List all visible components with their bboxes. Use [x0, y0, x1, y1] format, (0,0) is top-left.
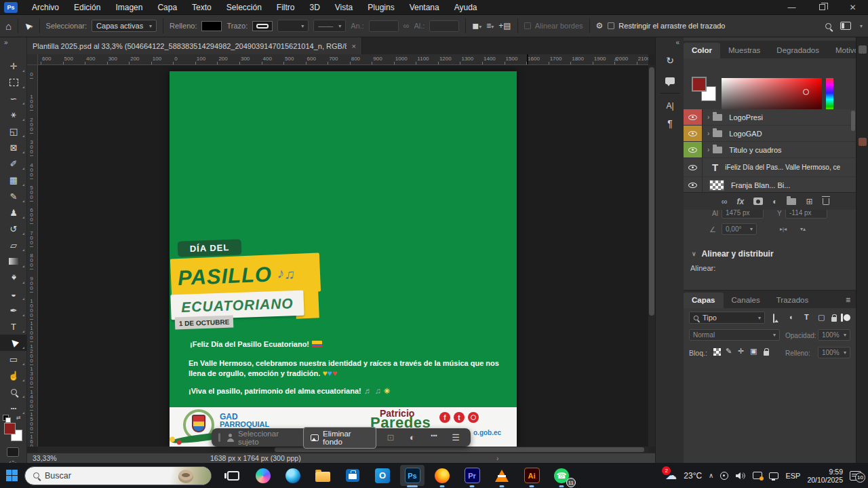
taskbar-search[interactable]: Buscar	[24, 466, 212, 485]
document-info[interactable]: 1638 px x 1764 px (300 ppp)	[210, 454, 301, 462]
stroke-swatch[interactable]	[252, 21, 273, 31]
link-layers-icon[interactable]: ∞	[722, 197, 728, 206]
tab-trazados[interactable]: Trazados	[768, 293, 817, 308]
lock-artboard-icon[interactable]: ▣	[750, 347, 757, 356]
lock-pixels-icon[interactable]: ✎	[726, 347, 732, 356]
contrast-icon[interactable]: ◐	[404, 432, 420, 443]
menu-item-3d[interactable]: 3D	[302, 1, 327, 14]
close-tab-icon[interactable]: ×	[352, 42, 356, 50]
taskbar-app-illustrator[interactable]: Ai	[517, 463, 547, 488]
search-highlight-image[interactable]	[154, 467, 211, 485]
layer-row[interactable]: ›LogoPresi	[684, 109, 856, 126]
constrain-path-checkbox[interactable]: Restringir el arrastre del trazado	[608, 22, 725, 30]
menu-item-capa[interactable]: Capa	[150, 1, 184, 14]
minimize-button[interactable]: —	[776, 0, 807, 15]
screen-record-icon[interactable]	[720, 472, 728, 480]
lock-all-icon[interactable]	[764, 349, 769, 357]
comment-icon[interactable]	[659, 71, 681, 90]
more-icon[interactable]: •••	[426, 432, 442, 443]
frame-tool[interactable]: ⊠	[0, 139, 27, 155]
add-mask-icon[interactable]	[753, 198, 763, 205]
status-chevron-icon[interactable]: ›	[496, 454, 499, 462]
taskbar-app-vlc[interactable]	[487, 463, 517, 488]
select-subject-button[interactable]: Seleccionar sujeto	[226, 430, 297, 446]
taskbar-app-whatsapp[interactable]: ☎11	[547, 463, 576, 488]
opacity-field[interactable]: 100%▾	[818, 329, 850, 341]
move-tool[interactable]: ✛	[0, 58, 27, 74]
cast-icon[interactable]	[753, 472, 762, 479]
fill-swatch[interactable]	[201, 21, 222, 31]
expand-icon[interactable]: ›	[707, 113, 709, 121]
taskbar-app-store[interactable]	[338, 463, 368, 488]
expand-icon[interactable]: ›	[707, 146, 709, 153]
tab-capas[interactable]: Capas	[684, 293, 724, 308]
search-icon[interactable]	[825, 23, 831, 29]
select-mode-dropdown[interactable]: Capas activas▾	[92, 20, 157, 32]
document-tab[interactable]: Plantilla 2025.psd al 33,3% (504664122_5…	[27, 37, 362, 54]
volume-icon[interactable]	[735, 472, 746, 480]
menu-item-texto[interactable]: Texto	[184, 1, 219, 14]
tab-canales[interactable]: Canales	[724, 293, 768, 308]
pen-tool[interactable]: ✒	[0, 302, 27, 318]
new-group-icon[interactable]	[787, 198, 796, 205]
menu-item-vista[interactable]: Vista	[328, 1, 360, 14]
restore-button[interactable]	[807, 0, 837, 15]
delete-layer-icon[interactable]	[823, 198, 829, 205]
zoom-tool[interactable]	[0, 383, 27, 400]
eraser-tool[interactable]: ▱	[0, 237, 27, 253]
tray-expand-icon[interactable]: ∧	[709, 472, 713, 479]
temperature[interactable]: 23°C	[684, 471, 702, 481]
transform-icon[interactable]: ⊡	[382, 432, 399, 443]
swap-colors-icon[interactable]: ⇄	[16, 415, 21, 421]
language-indicator[interactable]: ESP	[785, 472, 800, 480]
shape-tool[interactable]: ▭	[0, 351, 27, 367]
flip-vertical-icon[interactable]: ▾▴	[800, 226, 806, 232]
filter-adjustment-icon[interactable]: ◐	[789, 313, 794, 321]
tab-degradados[interactable]: Degradados	[768, 43, 827, 58]
filter-pixel-icon[interactable]	[773, 314, 774, 322]
taskbar-app-premiere[interactable]: Pr	[457, 463, 487, 488]
home-icon[interactable]: ⌂	[5, 20, 12, 32]
filter-type-icon[interactable]: T	[804, 313, 809, 321]
marquee-tool[interactable]	[0, 74, 27, 90]
link-dimensions-icon[interactable]: ∞	[403, 21, 410, 31]
width-input[interactable]	[369, 20, 399, 32]
layer-row[interactable]: TiFeliz Día del Pas... Valle Hermoso, ce	[684, 158, 856, 177]
filter-shape-icon[interactable]: ▢	[818, 313, 825, 322]
notifications-icon[interactable]: 10	[850, 471, 861, 481]
quick-selection-tool[interactable]: ⚹	[0, 107, 27, 123]
gear-icon[interactable]: ⚙	[596, 21, 604, 31]
workspace-icon[interactable]	[840, 22, 851, 30]
layer-visibility-cell[interactable]	[684, 177, 703, 192]
eyedropper-tool[interactable]: ✐	[0, 155, 27, 172]
hand-tool[interactable]: ☝	[0, 367, 27, 383]
close-button[interactable]: ✕	[837, 0, 868, 15]
lock-position-icon[interactable]: ✛	[738, 347, 744, 356]
arrange-icon[interactable]: +▤	[498, 21, 511, 31]
paragraph-icon[interactable]: ¶	[659, 114, 681, 133]
foreground-swatch[interactable]	[692, 77, 707, 92]
instagram-icon[interactable]	[468, 412, 479, 423]
tab-color[interactable]: Color	[684, 43, 720, 58]
history-icon[interactable]: ↻	[659, 51, 681, 70]
menu-item-imagen[interactable]: Imagen	[108, 1, 150, 14]
brush-tool[interactable]: ✎	[0, 188, 27, 204]
taskbar-app-task-view[interactable]	[218, 463, 248, 488]
layer-visibility-cell[interactable]	[684, 109, 703, 125]
lock-transparency-icon[interactable]	[713, 348, 721, 356]
path-selection-tool[interactable]: ▶	[0, 335, 27, 351]
vertical-scrollbar[interactable]	[648, 65, 655, 447]
twitter-icon[interactable]: t	[454, 412, 465, 423]
menu-item-archivo[interactable]: Archivo	[24, 1, 66, 14]
crop-tool[interactable]: ◱	[0, 123, 27, 139]
layer-row[interactable]: ›LogoGAD	[684, 126, 856, 142]
start-button[interactable]	[0, 470, 23, 481]
ruler-corner[interactable]	[27, 54, 38, 65]
taskbar-app-photoshop[interactable]: Ps	[397, 463, 427, 488]
pathfinder-icon[interactable]: ◼▾	[472, 21, 481, 31]
fill-field[interactable]: 100%▾	[818, 347, 850, 358]
lasso-tool[interactable]: ∽	[0, 90, 27, 107]
height-input[interactable]	[429, 20, 459, 32]
flip-horizontal-icon[interactable]: ▸|◂	[780, 226, 787, 232]
remove-background-button[interactable]: Eliminar fondo	[303, 427, 376, 449]
